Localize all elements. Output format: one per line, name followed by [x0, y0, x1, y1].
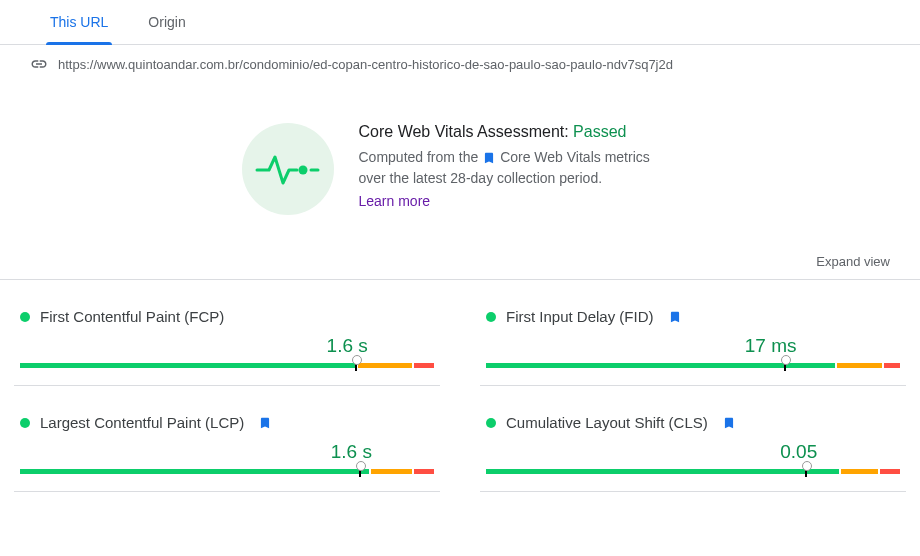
bar-segment	[414, 469, 434, 474]
status-dot	[20, 312, 30, 322]
assessment-desc-before: Computed from the	[359, 149, 483, 165]
expand-view-link[interactable]: Expand view	[816, 254, 890, 269]
metric-card: First Contentful Paint (FCP)1.6 s	[14, 280, 440, 386]
assessment-status: Passed	[573, 123, 626, 140]
distribution-bar	[486, 467, 900, 477]
bookmark-icon	[668, 310, 682, 324]
bar-segment	[837, 363, 882, 368]
distribution-bar	[486, 361, 900, 371]
assessment-title: Core Web Vitals Assessment: Passed	[359, 123, 679, 141]
url-text: https://www.quintoandar.com.br/condomini…	[58, 57, 673, 72]
assessment-text: Core Web Vitals Assessment: Passed Compu…	[359, 123, 679, 209]
distribution-bar	[20, 361, 434, 371]
pulse-icon	[242, 123, 334, 215]
metric-card: Largest Contentful Paint (LCP)1.6 s	[14, 386, 440, 492]
expand-row: Expand view	[0, 245, 920, 280]
metric-value: 17 ms	[486, 335, 900, 357]
percentile-marker	[359, 465, 361, 477]
metric-header: First Contentful Paint (FCP)	[20, 308, 434, 325]
bar-segment	[414, 363, 434, 368]
metric-header: Cumulative Layout Shift (CLS)	[486, 414, 900, 431]
assessment-title-prefix: Core Web Vitals Assessment:	[359, 123, 574, 140]
bar-segment	[841, 469, 878, 474]
distribution-bar	[20, 467, 434, 477]
url-bar: https://www.quintoandar.com.br/condomini…	[0, 45, 920, 83]
metric-value: 0.05	[486, 441, 900, 463]
bookmark-icon	[722, 416, 736, 430]
status-dot	[486, 312, 496, 322]
link-icon	[30, 55, 48, 73]
metric-header: First Input Delay (FID)	[486, 308, 900, 325]
bookmark-icon	[258, 416, 272, 430]
metric-header: Largest Contentful Paint (LCP)	[20, 414, 434, 431]
svg-point-0	[298, 166, 307, 175]
metric-name: Largest Contentful Paint (LCP)	[40, 414, 244, 431]
metric-card: Cumulative Layout Shift (CLS)0.05	[480, 386, 906, 492]
tabs: This URL Origin	[0, 0, 920, 45]
bar-segment	[20, 363, 356, 368]
percentile-marker	[784, 359, 786, 371]
metric-value: 1.6 s	[20, 441, 434, 463]
bookmark-icon	[482, 151, 496, 165]
metric-name: Cumulative Layout Shift (CLS)	[506, 414, 708, 431]
learn-more-link[interactable]: Learn more	[359, 193, 431, 209]
status-dot	[486, 418, 496, 428]
status-dot	[20, 418, 30, 428]
bar-segment	[884, 363, 900, 368]
bar-segment	[880, 469, 900, 474]
tab-origin[interactable]: Origin	[128, 0, 205, 44]
bar-segment	[486, 469, 839, 474]
metric-name: First Contentful Paint (FCP)	[40, 308, 224, 325]
metrics-grid: First Contentful Paint (FCP)1.6 sFirst I…	[0, 280, 920, 492]
percentile-marker	[805, 465, 807, 477]
bar-segment	[371, 469, 412, 474]
bar-segment	[20, 469, 369, 474]
metric-card: First Input Delay (FID)17 ms	[480, 280, 906, 386]
assessment-panel: Core Web Vitals Assessment: Passed Compu…	[0, 83, 920, 245]
assessment-description: Computed from the Core Web Vitals metric…	[359, 147, 679, 189]
metric-name: First Input Delay (FID)	[506, 308, 654, 325]
tab-this-url[interactable]: This URL	[30, 0, 128, 44]
metric-value: 1.6 s	[20, 335, 434, 357]
percentile-marker	[355, 359, 357, 371]
bar-segment	[358, 363, 411, 368]
